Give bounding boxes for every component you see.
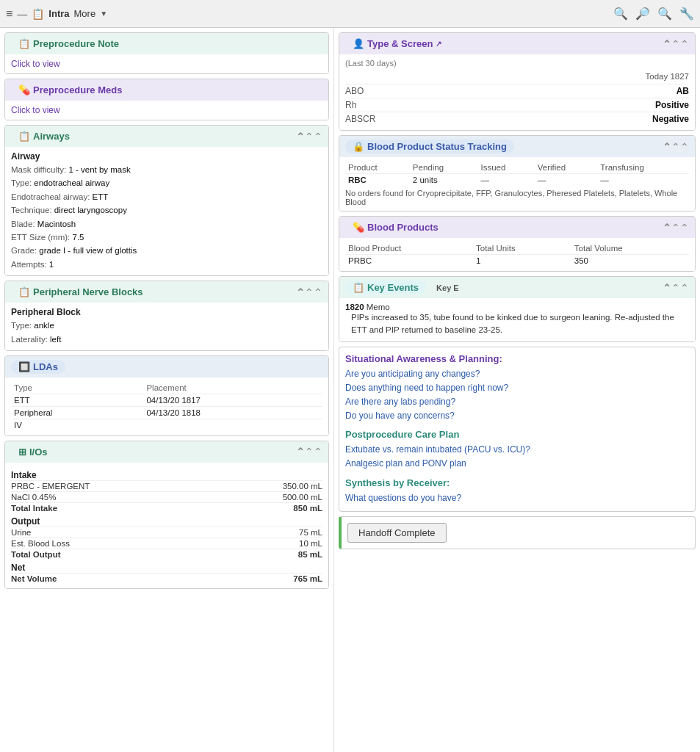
preprocedure-meds-card: 💊 Preprocedure Meds Click to view (4, 79, 329, 120)
postprocedure-item-1: Analgesic plan and PONV plan (345, 457, 689, 471)
table-row: RBC 2 units — — — (345, 174, 689, 187)
ldas-icon: 🔲 (18, 361, 30, 372)
table-row: Peripheral 04/13/20 1818 (11, 406, 322, 419)
bp-table: Blood Product Total Units Total Volume P… (345, 242, 689, 267)
more-button[interactable]: More (74, 8, 96, 19)
io-output-row-1: Est. Blood Loss 10 mL (11, 538, 322, 549)
preprocedure-meds-icon: 💊 (18, 84, 30, 95)
blood-product-status-body: Product Pending Issued Verified Transfus… (339, 157, 695, 211)
ldas-title: 🔲 LDAs (11, 360, 65, 374)
preprocedure-meds-tag: 💊 Preprocedure Meds (11, 83, 129, 97)
table-row: PRBC 1 350 (345, 255, 689, 267)
airways-card: 📋 Airways ⌃⌃ Airway Mask difficulty: 1 -… (4, 125, 329, 276)
nav-label[interactable]: Intra (48, 8, 69, 19)
io-net-row: Net Volume 765 mL (11, 573, 322, 584)
ios-card: ⊞ I/Os ⌃⌃ Intake PRBC - EMERGENT 350.00 … (4, 441, 329, 589)
handoff-complete-button[interactable]: Handoff Complete (347, 523, 447, 543)
io-net-label: Net Volume (11, 574, 57, 583)
bp-col-product: Blood Product (345, 242, 473, 255)
key-events-title: 📋 Key Events Key E (345, 281, 459, 294)
preprocedure-meds-link[interactable]: Click to view (11, 105, 60, 115)
blood-product-status-icon: 🔒 (353, 141, 364, 152)
airways-collapse-button[interactable]: ⌃⌃ (296, 131, 322, 142)
ios-header: ⊞ I/Os ⌃⌃ (5, 441, 328, 463)
synthesis-item-0: What questions do you have? (345, 491, 689, 505)
ios-icon: ⊞ (18, 446, 26, 458)
airway-field-1: Type: endotracheal airway (11, 176, 322, 189)
dash-icon[interactable]: — (17, 8, 27, 20)
blood-products-collapse-button[interactable]: ⌃⌃ (663, 222, 689, 234)
sa-title: Situational Awareness & Planning: (345, 353, 689, 364)
io-intake-label-0: PRBC - EMERGENT (11, 482, 90, 491)
collapse-left-icon[interactable]: ≡ (6, 7, 12, 21)
airway-field-2: Endotracheal airway: ETT (11, 190, 322, 203)
ke-time-0: 1820 (345, 303, 367, 311)
postprocedure-title: Postprocedure Care Plan (345, 429, 689, 440)
bps-transfusing-0: — (597, 174, 689, 187)
blood-product-status-collapse-button[interactable]: ⌃⌃ (663, 141, 689, 153)
blood-products-header: 💊 Blood Products ⌃⌃ (339, 217, 695, 238)
peripheral-nerve-blocks-title: 📋 Peripheral Nerve Blocks (11, 285, 151, 299)
bps-product-0: RBC (345, 174, 410, 187)
io-intake-label-1: NaCl 0.45% (11, 493, 56, 502)
sa-item-1: Does anything need to happen right now? (345, 381, 689, 395)
airway-field-7: Attempts: 1 (11, 258, 322, 271)
key-events-collapse-button[interactable]: ⌃⌃ (663, 282, 689, 294)
peripheral-nerve-blocks-body: Peripheral Block Type: ankle Laterality:… (5, 303, 328, 350)
peripheral-nerve-blocks-collapse-button[interactable]: ⌃⌃ (296, 286, 322, 298)
top-bar-left: ≡ — 📋 Intra More ▼ (6, 7, 107, 21)
synthesis-items: What questions do you have? (345, 491, 689, 505)
io-output-row-0: Urine 75 mL (11, 527, 322, 538)
blood-products-body: Blood Product Total Units Total Volume P… (339, 238, 695, 271)
lda-type-1: Peripheral (11, 406, 143, 419)
settings-icon[interactable]: 🔧 (679, 7, 694, 21)
io-intake-row-0: PRBC - EMERGENT 350.00 mL (11, 480, 322, 491)
type-screen-header: 👤 Type & Screen ↗ ⌃⌃ (339, 33, 695, 54)
lda-type-2: IV (11, 419, 143, 431)
airways-data: Mask difficulty: 1 - vent by mask Type: … (11, 163, 322, 271)
airways-section-title: Airway (11, 151, 322, 162)
net-label: Net (11, 563, 322, 573)
ldas-col-placement: Placement (143, 382, 322, 394)
top-bar: ≡ — 📋 Intra More ▼ 🔍 🔎 🔍 🔧 (0, 0, 700, 28)
zoom-in-icon[interactable]: 🔎 (635, 7, 650, 21)
ios-collapse-button[interactable]: ⌃⌃ (296, 446, 322, 458)
left-panel: 📋 Preprocedure Note Click to view 💊 Prep… (0, 28, 334, 752)
blood-products-card: 💊 Blood Products ⌃⌃ Blood Product Total … (339, 216, 696, 272)
table-row: IV (11, 419, 322, 431)
ios-tag: ⊞ I/Os (11, 445, 55, 459)
ldas-table: Type Placement ETT 04/13/20 1817 Periphe… (11, 382, 322, 431)
key-events-icon: 📋 (353, 282, 364, 293)
peripheral-field-1: Laterality: left (11, 333, 322, 346)
peripheral-block-data: Type: ankle Laterality: left (11, 319, 322, 346)
synthesis-title: Synthesis by Receiver: (345, 477, 689, 488)
type-screen-subtitle: (Last 30 days) (345, 59, 689, 68)
io-intake-value-0: 350.00 mL (283, 482, 322, 491)
type-screen-date: Today 1827 (345, 72, 689, 81)
right-panel: 👤 Type & Screen ↗ ⌃⌃ (Last 30 days) Toda… (334, 28, 700, 752)
main-content: 📋 Preprocedure Note Click to view 💊 Prep… (0, 28, 700, 752)
peripheral-nerve-blocks-header: 📋 Peripheral Nerve Blocks ⌃⌃ (5, 281, 328, 303)
preprocedure-meds-header: 💊 Preprocedure Meds (5, 79, 328, 101)
type-screen-icon: 👤 (353, 38, 364, 49)
key-events-card: 📋 Key Events Key E ⌃⌃ 1820 Memo PIPs inc… (339, 276, 696, 342)
key-events-header: 📋 Key Events Key E ⌃⌃ (339, 277, 695, 298)
preprocedure-note-link[interactable]: Click to view (11, 59, 60, 69)
bps-col-verified: Verified (535, 162, 597, 174)
peripheral-field-0: Type: ankle (11, 319, 322, 332)
zoom-out-icon[interactable]: 🔍 (657, 7, 672, 21)
blood-products-tag: 💊 Blood Products (345, 220, 446, 234)
airway-field-5: ETT Size (mm): 7.5 (11, 231, 322, 244)
bps-col-product: Product (345, 162, 410, 174)
io-intake-total: Total Intake 850 mL (11, 502, 322, 513)
lda-type-0: ETT (11, 394, 143, 406)
ts-label-2: ABSCR (345, 114, 375, 124)
type-screen-collapse-button[interactable]: ⌃⌃ (663, 38, 689, 50)
more-dropdown-icon[interactable]: ▼ (100, 10, 107, 18)
airways-header: 📋 Airways ⌃⌃ (5, 126, 328, 147)
search-icon[interactable]: 🔍 (613, 7, 628, 21)
io-net-value: 765 mL (293, 574, 322, 583)
bps-col-transfusing: Transfusing (597, 162, 689, 174)
sa-item-3: Do you have any concerns? (345, 409, 689, 423)
preprocedure-note-body: Click to view (5, 54, 328, 73)
